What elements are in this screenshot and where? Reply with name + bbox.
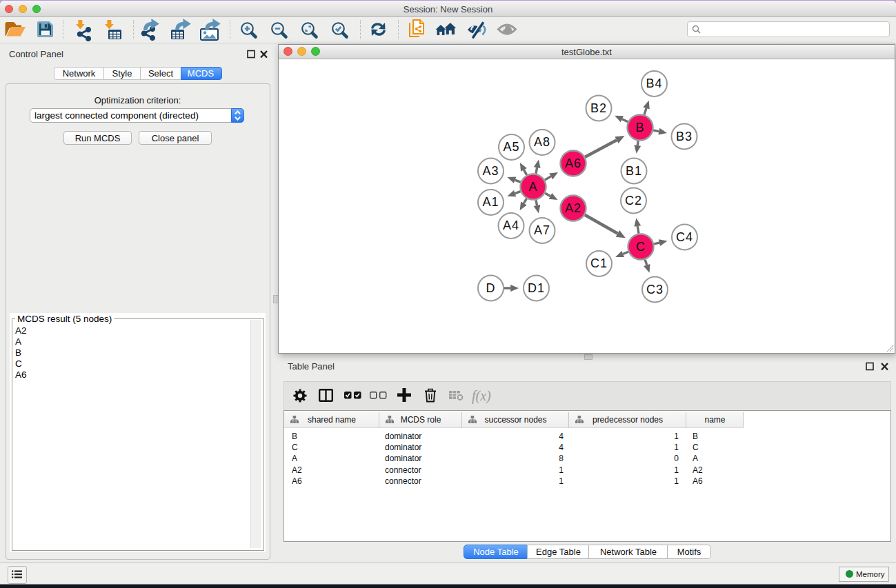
svg-text:f(x): f(x) (472, 388, 491, 404)
